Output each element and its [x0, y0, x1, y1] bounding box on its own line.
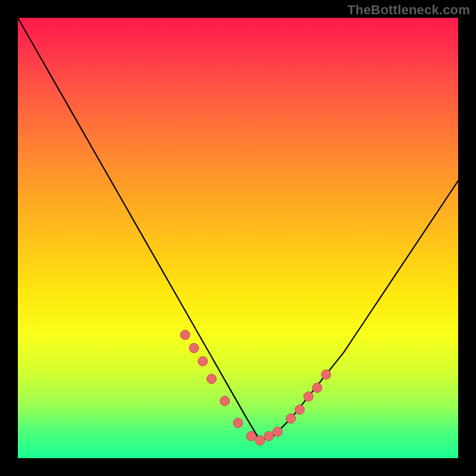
data-dot — [295, 405, 305, 415]
data-dot — [273, 427, 283, 437]
data-dot — [303, 392, 313, 401]
data-dot — [286, 414, 296, 423]
data-dot — [198, 356, 208, 366]
bottleneck-curve — [18, 18, 458, 440]
data-dot — [321, 369, 331, 379]
data-dot — [220, 396, 230, 406]
data-dot — [233, 418, 243, 428]
plot-area — [18, 18, 458, 458]
chart-stage: TheBottleneck.com — [0, 0, 476, 476]
data-dots — [180, 330, 331, 446]
data-dot — [255, 436, 265, 445]
data-dot — [189, 343, 199, 353]
watermark-text: TheBottleneck.com — [347, 2, 470, 18]
data-dot — [312, 383, 322, 393]
data-dot — [207, 374, 217, 384]
chart-overlay — [18, 18, 458, 458]
data-dot — [264, 431, 274, 441]
data-dot — [246, 431, 256, 441]
data-dot — [180, 330, 190, 340]
